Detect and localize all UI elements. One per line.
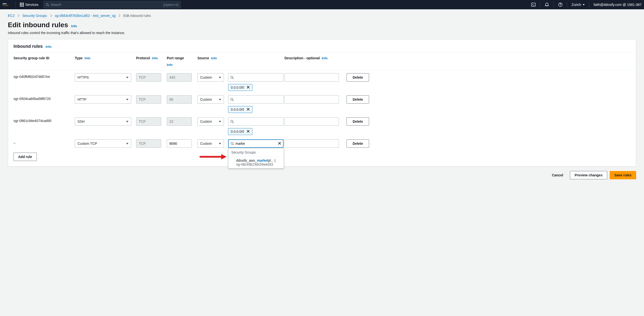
source-search-input[interactable] <box>235 75 281 79</box>
source-search[interactable] <box>228 139 284 148</box>
table-row: sgr-0504cab5ba58f6720HTTPTCP80Custom0.0.… <box>8 92 636 114</box>
global-search[interactable]: [Option+S] <box>44 1 181 8</box>
breadcrumb-current: Edit inbound rules <box>123 14 151 18</box>
source-search[interactable] <box>228 95 284 104</box>
info-link[interactable]: Info <box>46 45 52 48</box>
delete-button[interactable]: Delete <box>346 139 369 148</box>
divider <box>540 2 540 7</box>
clear-icon[interactable] <box>278 142 281 145</box>
col-port: Port rangeInfo <box>167 56 198 67</box>
description-input[interactable] <box>284 117 339 126</box>
svg-text:aws: aws <box>2 2 6 5</box>
footer-actions: Cancel Preview changes Save rules <box>0 167 644 184</box>
info-link[interactable]: Info <box>211 56 217 60</box>
type-select[interactable]: SSH <box>75 117 131 126</box>
col-description: Description - optionalInfo <box>284 56 340 60</box>
divider <box>554 2 554 7</box>
search-icon <box>46 3 49 6</box>
inbound-rules-panel: Inbound rules Info Security group rule I… <box>8 39 636 167</box>
info-link[interactable]: Info <box>322 56 328 60</box>
source-search-input[interactable] <box>236 142 277 145</box>
info-link[interactable]: Info <box>84 56 90 60</box>
type-select[interactable]: HTTP <box>75 95 131 104</box>
source-mode-select[interactable]: Custom <box>198 95 224 104</box>
source-search[interactable] <box>228 73 284 82</box>
info-link[interactable]: Info <box>71 24 77 28</box>
protocol-field: TCP <box>136 73 161 82</box>
chevron-right-icon <box>118 14 120 17</box>
description-input[interactable] <box>284 95 339 104</box>
source-mode-value: Custom <box>200 75 212 79</box>
source-search[interactable] <box>228 117 284 126</box>
source-cidr-tag: 0.0.0.0/0 <box>228 128 252 135</box>
cidr-value: 0.0.0.0/0 <box>231 107 244 111</box>
col-rule-id: Security group rule ID <box>14 56 75 60</box>
save-rules-button[interactable]: Save rules <box>610 171 636 179</box>
chevron-right-icon <box>18 14 19 17</box>
cancel-button[interactable]: Cancel <box>548 171 568 179</box>
type-value: HTTP <box>78 97 86 101</box>
cidr-value: 0.0.0.0/0 <box>231 85 244 89</box>
aws-logo[interactable]: aws <box>2 2 11 7</box>
source-mode-select[interactable]: Custom <box>198 139 224 148</box>
add-rule-button[interactable]: Add rule <box>14 153 37 161</box>
breadcrumb-sg-id[interactable]: sg-0683c6f7635e1af02 - test_server_sg <box>55 14 116 18</box>
type-select[interactable]: HTTPS <box>75 73 131 82</box>
breadcrumb-ec2[interactable]: EC2 <box>8 14 14 18</box>
port-input[interactable] <box>167 139 192 148</box>
type-select[interactable]: Custom TCP <box>75 139 131 148</box>
protocol-field: TCP <box>136 139 161 148</box>
source-search-input[interactable] <box>235 97 281 101</box>
svg-line-16 <box>233 122 234 123</box>
breadcrumb-security-groups[interactable]: Security Groups <box>22 14 47 18</box>
description-input[interactable] <box>284 73 339 82</box>
remove-tag-icon[interactable] <box>247 130 250 133</box>
svg-line-2 <box>48 5 49 6</box>
divider <box>567 2 567 7</box>
divider <box>589 2 589 7</box>
remove-tag-icon[interactable] <box>247 85 250 89</box>
table-row: –Custom TCPTCPCustomSecurity Groupsddosi… <box>8 136 636 149</box>
delete-button[interactable]: Delete <box>346 73 369 82</box>
svg-line-20 <box>233 144 234 145</box>
port-field: 80 <box>167 95 192 104</box>
source-dropdown: Security Groupsddosify_aws_marketpl... |… <box>228 148 284 169</box>
source-mode-value: Custom <box>200 120 212 123</box>
source-search-input[interactable] <box>235 120 281 123</box>
rules-table: Security group rule ID TypeInfo Protocol… <box>8 53 636 166</box>
source-mode-select[interactable]: Custom <box>198 117 224 126</box>
port-field: 22 <box>167 117 192 126</box>
type-value: HTTPS <box>78 75 89 79</box>
page-title: Edit inbound rules <box>8 21 68 29</box>
col-protocol: ProtocolInfo <box>136 56 167 60</box>
preview-changes-button[interactable]: Preview changes <box>570 171 607 179</box>
description-input[interactable] <box>284 139 339 148</box>
source-mode-value: Custom <box>200 97 212 101</box>
panel-title: Inbound rules <box>14 44 43 49</box>
info-link[interactable]: Info <box>152 56 158 60</box>
cloudshell-icon[interactable] <box>531 2 536 7</box>
delete-button[interactable]: Delete <box>346 95 369 104</box>
protocol-field: TCP <box>136 117 161 126</box>
source-mode-select[interactable]: Custom <box>198 73 224 82</box>
services-button[interactable]: Services <box>20 3 38 6</box>
account-menu[interactable]: fatih@ddosify.com @ 1581-387 <box>594 3 642 6</box>
search-input[interactable] <box>50 3 163 6</box>
notifications-icon[interactable] <box>545 2 549 7</box>
chevron-right-icon <box>50 14 52 17</box>
remove-tag-icon[interactable] <box>247 107 250 111</box>
region-selector[interactable]: Zurich <box>572 3 585 6</box>
type-value: SSH <box>78 120 84 123</box>
svg-line-12 <box>233 100 234 101</box>
dropdown-item[interactable]: ddosify_aws_marketpl... |sg-08c49b23dc59… <box>228 157 284 168</box>
col-source: SourceInfo <box>198 56 228 60</box>
col-type: TypeInfo <box>75 56 136 60</box>
page-subtitle: Inbound rules control the incoming traff… <box>0 30 644 39</box>
help-icon[interactable] <box>558 2 562 7</box>
dropdown-item-sgid: sg-08c49b23dc59a4d33 <box>236 162 273 166</box>
delete-button[interactable]: Delete <box>346 117 369 126</box>
svg-point-7 <box>231 76 233 78</box>
top-nav: aws Services [Option+S] Zurich fatih@ddo… <box>0 0 644 9</box>
search-hint: [Option+S] <box>163 3 178 6</box>
info-link[interactable]: Info <box>167 63 198 67</box>
